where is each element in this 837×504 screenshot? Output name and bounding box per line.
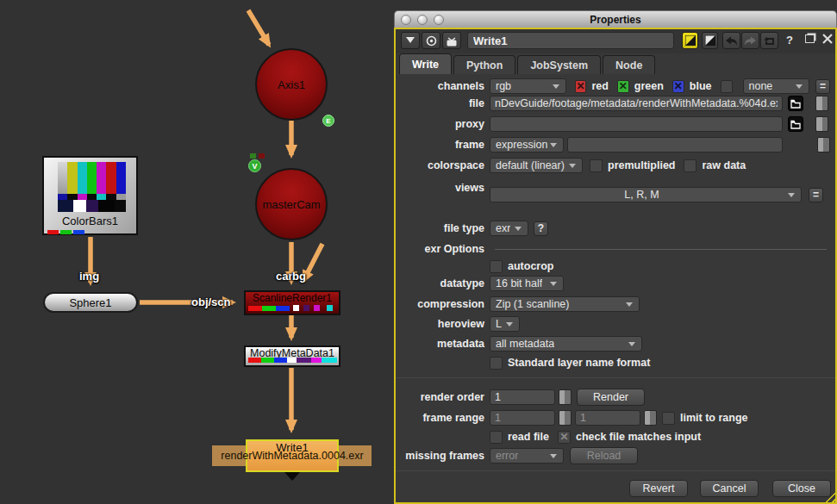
check-file-matches-label: check file matches input bbox=[576, 431, 701, 443]
heroview-dropdown[interactable]: L bbox=[490, 316, 520, 332]
views-dropdown[interactable]: L, R, M bbox=[490, 187, 802, 202]
revert-knobs-button[interactable] bbox=[760, 32, 778, 49]
tab-node[interactable]: Node bbox=[603, 55, 655, 74]
expression-badge: E bbox=[322, 115, 334, 127]
render-button[interactable]: Render bbox=[577, 389, 645, 406]
proxy-browse-button[interactable] bbox=[788, 116, 803, 132]
file-browse-button[interactable] bbox=[788, 96, 803, 111]
close-panel-icon[interactable] bbox=[822, 34, 833, 44]
tab-python[interactable]: Python bbox=[453, 55, 515, 74]
limit-to-range-label: limit to range bbox=[680, 412, 747, 424]
frame-mode-dropdown[interactable]: expression bbox=[490, 137, 564, 152]
red-checkbox[interactable] bbox=[575, 80, 587, 93]
node-sphere1[interactable]: Sphere1 bbox=[43, 292, 138, 313]
edge-bg-scanline bbox=[303, 244, 322, 281]
file-label: file bbox=[396, 97, 484, 109]
colorspace-label: colorspace bbox=[396, 159, 484, 171]
file-animation-button[interactable] bbox=[815, 96, 828, 111]
blue-checkbox[interactable] bbox=[672, 80, 684, 93]
channels-link-button[interactable]: = bbox=[815, 79, 830, 94]
proxy-input[interactable] bbox=[490, 116, 783, 132]
file-type-dropdown[interactable]: exr bbox=[490, 221, 528, 236]
node-colorbars1[interactable]: ColorBars1 bbox=[42, 156, 138, 235]
datatype-dropdown[interactable]: 16 bit half bbox=[490, 276, 564, 291]
compression-label: compression bbox=[396, 298, 484, 310]
proxy-animation-button[interactable] bbox=[815, 116, 828, 132]
indicator-square-green bbox=[250, 153, 256, 159]
frame-range-last-animation-button[interactable] bbox=[644, 410, 657, 426]
triangle-down-icon bbox=[406, 37, 415, 44]
node-modifymetadata1[interactable]: ModifyMetaData1 bbox=[244, 345, 340, 367]
frame-expression-input[interactable] bbox=[567, 137, 783, 152]
autocrop-label: autocrop bbox=[508, 260, 553, 272]
node-mastercam[interactable]: masterCam bbox=[255, 168, 328, 240]
autocrop-checkbox[interactable] bbox=[490, 260, 503, 273]
frame-label: frame bbox=[396, 139, 484, 151]
datatype-label: datatype bbox=[396, 277, 484, 289]
monitor-output-button[interactable] bbox=[442, 32, 461, 49]
panel-layout-button[interactable] bbox=[702, 32, 718, 49]
proxy-label: proxy bbox=[396, 118, 484, 130]
yellow-diagonal-icon bbox=[685, 35, 696, 46]
missing-frames-dropdown[interactable]: error bbox=[490, 448, 564, 464]
float-panel-button[interactable] bbox=[682, 32, 698, 49]
node-label: ScanlineRender1 bbox=[253, 292, 332, 304]
file-input[interactable] bbox=[490, 96, 783, 111]
frame-animation-button[interactable] bbox=[817, 137, 830, 152]
node-label: masterCam bbox=[262, 198, 320, 211]
restore-window-icon[interactable] bbox=[805, 34, 815, 43]
tab-write[interactable]: Write bbox=[399, 53, 452, 74]
tab-bar: Write Python JobSystem Node bbox=[396, 53, 835, 74]
check-file-matches-checkbox[interactable] bbox=[558, 431, 571, 444]
channels-dropdown[interactable]: rgb bbox=[490, 78, 566, 94]
red-label: red bbox=[591, 80, 608, 92]
redo-button[interactable] bbox=[741, 32, 759, 49]
channel-strip bbox=[248, 305, 333, 311]
center-node-button[interactable] bbox=[422, 32, 440, 49]
frame-range-last-input[interactable] bbox=[575, 410, 640, 426]
target-icon bbox=[426, 35, 437, 47]
help-icon[interactable]: ? bbox=[786, 34, 793, 47]
exr-options-divider bbox=[495, 249, 827, 250]
channel-strip bbox=[248, 358, 337, 363]
read-file-checkbox[interactable] bbox=[490, 431, 503, 444]
node-axis1[interactable]: Axis1 bbox=[255, 48, 328, 121]
views-link-button[interactable]: = bbox=[809, 188, 823, 202]
render-order-input[interactable] bbox=[490, 389, 555, 405]
reload-button[interactable]: Reload bbox=[570, 447, 638, 464]
colorspace-dropdown[interactable]: default (linear) bbox=[490, 158, 583, 173]
frame-range-first-animation-button[interactable] bbox=[559, 410, 572, 426]
channels-label: channels bbox=[396, 80, 484, 92]
standard-layer-label: Standard layer name format bbox=[508, 357, 650, 369]
premultiplied-checkbox[interactable] bbox=[590, 159, 603, 172]
extra-channel-checkbox[interactable] bbox=[721, 80, 733, 93]
close-button[interactable]: Close bbox=[772, 480, 831, 497]
compression-dropdown[interactable]: Zip (1 scanline) bbox=[490, 296, 640, 312]
node-scanlinerender1[interactable]: ScanlineRender1 bbox=[244, 290, 340, 315]
node-label: ColorBars1 bbox=[44, 215, 136, 227]
raw-data-checkbox[interactable] bbox=[684, 159, 696, 172]
render-order-animation-button[interactable] bbox=[559, 389, 572, 405]
revert-button[interactable]: Revert bbox=[629, 480, 688, 497]
second-channels-dropdown[interactable]: none bbox=[743, 78, 809, 94]
limit-to-range-checkbox[interactable] bbox=[662, 412, 675, 425]
standard-layer-checkbox[interactable] bbox=[490, 357, 503, 370]
missing-frames-label: missing frames bbox=[396, 450, 484, 462]
write-tab-form: channels rgb red green blue none = file bbox=[396, 74, 835, 502]
frame-range-label: frame range bbox=[396, 412, 484, 424]
cancel-button[interactable]: Cancel bbox=[700, 480, 759, 497]
dropdown-arrow-button[interactable] bbox=[401, 32, 420, 49]
green-checkbox[interactable] bbox=[617, 80, 629, 93]
panel-toolbar: ? bbox=[396, 29, 835, 53]
metadata-dropdown[interactable]: all metadata bbox=[490, 336, 642, 352]
mac-titlebar[interactable]: Properties bbox=[394, 10, 837, 28]
redo-icon bbox=[744, 36, 757, 46]
frame-range-first-input[interactable] bbox=[490, 410, 555, 426]
file-type-help-button[interactable]: ? bbox=[534, 221, 548, 236]
tab-jobsystem[interactable]: JobSystem bbox=[517, 55, 601, 74]
channel-strip bbox=[47, 230, 84, 234]
undo-button[interactable] bbox=[722, 32, 740, 49]
node-name-input[interactable] bbox=[467, 32, 674, 49]
tv-icon bbox=[446, 35, 458, 47]
render-order-label: render order bbox=[396, 391, 484, 403]
